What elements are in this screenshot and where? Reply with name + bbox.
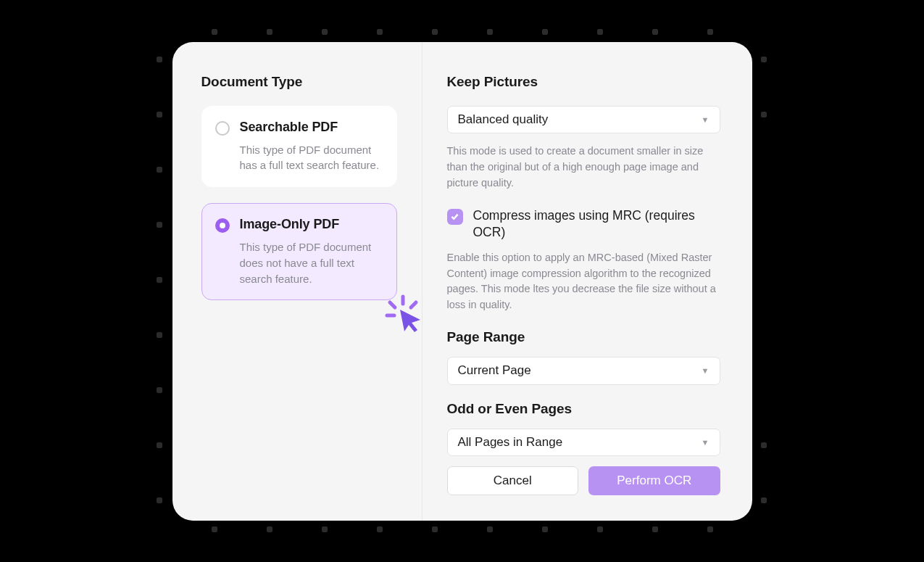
page-range-select[interactable]: Current Page ▼ xyxy=(447,357,720,385)
mrc-checkbox-label: Compress images using MRC (requires OCR) xyxy=(473,207,720,241)
select-value: Balanced quality xyxy=(458,112,549,127)
mrc-help: Enable this option to apply an MRC-based… xyxy=(447,250,720,313)
svg-line-1 xyxy=(390,302,395,307)
page-range-heading: Page Range xyxy=(447,329,720,345)
chevron-down-icon: ▼ xyxy=(702,115,709,124)
mrc-checkbox-row[interactable]: Compress images using MRC (requires OCR) xyxy=(447,207,720,241)
dialog-button-row: Cancel Perform OCR xyxy=(447,466,720,495)
keep-pictures-select[interactable]: Balanced quality ▼ xyxy=(447,106,720,134)
checkbox-checked-icon xyxy=(447,209,463,225)
perform-ocr-button[interactable]: Perform OCR xyxy=(588,466,720,495)
chevron-down-icon: ▼ xyxy=(702,366,709,375)
svg-line-2 xyxy=(411,302,416,307)
chevron-down-icon: ▼ xyxy=(702,438,709,447)
radio-indicator-icon xyxy=(215,121,230,136)
keep-pictures-help: This mode is used to create a document s… xyxy=(447,144,720,191)
radio-description: This type of PDF document has a full tex… xyxy=(240,142,383,174)
odd-even-heading: Odd or Even Pages xyxy=(447,401,720,417)
radio-title: Image-Only PDF xyxy=(240,217,383,232)
button-label: Cancel xyxy=(494,474,532,488)
select-value: Current Page xyxy=(458,363,531,378)
radio-description: This type of PDF document does not have … xyxy=(240,239,383,286)
odd-even-select[interactable]: All Pages in Range ▼ xyxy=(447,429,720,457)
radio-searchable-pdf[interactable]: Searchable PDF This type of PDF document… xyxy=(201,106,397,188)
radio-indicator-icon xyxy=(215,218,230,233)
keep-pictures-heading: Keep Pictures xyxy=(447,74,720,90)
ocr-settings-dialog: Document Type Searchable PDF This type o… xyxy=(172,42,752,521)
select-value: All Pages in Range xyxy=(458,435,563,450)
document-type-heading: Document Type xyxy=(201,74,397,90)
cancel-button[interactable]: Cancel xyxy=(447,466,579,495)
button-label: Perform OCR xyxy=(617,474,691,488)
document-type-column: Document Type Searchable PDF This type o… xyxy=(172,42,423,521)
radio-image-only-pdf[interactable]: Image-Only PDF This type of PDF document… xyxy=(201,203,397,300)
settings-column: Keep Pictures Balanced quality ▼ This mo… xyxy=(423,42,752,521)
radio-title: Searchable PDF xyxy=(240,120,383,135)
